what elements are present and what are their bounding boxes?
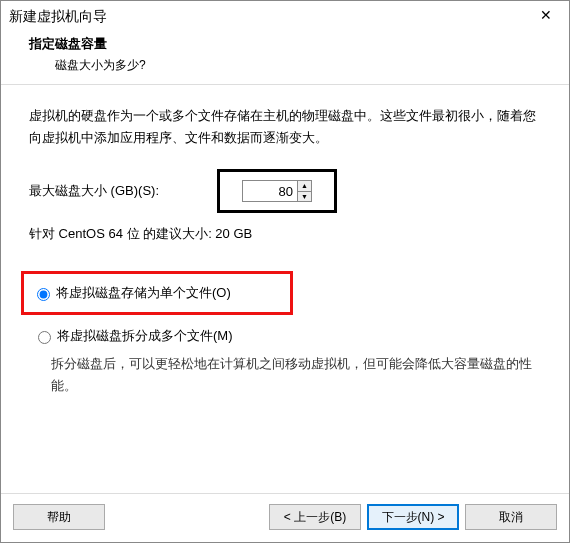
disk-size-row: 最大磁盘大小 (GB)(S): ▲ ▼ (29, 169, 541, 213)
help-button[interactable]: 帮助 (13, 504, 105, 530)
disk-size-spinner[interactable]: ▲ ▼ (242, 180, 312, 202)
intro-text: 虚拟机的硬盘作为一个或多个文件存储在主机的物理磁盘中。这些文件最初很小，随着您向… (29, 105, 541, 149)
radio-single-file[interactable]: 将虚拟磁盘存储为单个文件(O) (28, 282, 286, 304)
spinner-down-icon[interactable]: ▼ (298, 192, 311, 202)
wizard-window: 新建虚拟机向导 ✕ 指定磁盘容量 磁盘大小为多少? 虚拟机的硬盘作为一个或多个文… (0, 0, 570, 543)
single-file-highlight: 将虚拟磁盘存储为单个文件(O) (21, 271, 293, 315)
next-button[interactable]: 下一步(N) > (367, 504, 459, 530)
radio-split-file[interactable]: 将虚拟磁盘拆分成多个文件(M) (29, 325, 541, 347)
recommend-text: 针对 CentOS 64 位 的建议大小: 20 GB (29, 225, 541, 243)
radio-single-label: 将虚拟磁盘存储为单个文件(O) (56, 284, 231, 302)
spinner-up-icon[interactable]: ▲ (298, 181, 311, 192)
header-subtitle: 磁盘大小为多少? (29, 57, 569, 74)
wizard-footer: 帮助 < 上一步(B) 下一步(N) > 取消 (1, 493, 569, 542)
header-title: 指定磁盘容量 (29, 35, 569, 53)
radio-split-label: 将虚拟磁盘拆分成多个文件(M) (57, 327, 233, 345)
wizard-header: 指定磁盘容量 磁盘大小为多少? (1, 31, 569, 84)
disk-size-highlight: ▲ ▼ (217, 169, 337, 213)
titlebar: 新建虚拟机向导 ✕ (1, 1, 569, 31)
wizard-content: 虚拟机的硬盘作为一个或多个文件存储在主机的物理磁盘中。这些文件最初很小，随着您向… (1, 85, 569, 493)
close-icon[interactable]: ✕ (529, 6, 563, 28)
disk-size-label: 最大磁盘大小 (GB)(S): (29, 182, 229, 200)
disk-size-input[interactable] (243, 181, 297, 201)
radio-single-input[interactable] (37, 288, 50, 301)
radio-split-input[interactable] (38, 331, 51, 344)
cancel-button[interactable]: 取消 (465, 504, 557, 530)
window-title: 新建虚拟机向导 (9, 8, 107, 26)
split-description: 拆分磁盘后，可以更轻松地在计算机之间移动虚拟机，但可能会降低大容量磁盘的性能。 (29, 347, 541, 397)
spinner-buttons: ▲ ▼ (297, 181, 311, 201)
back-button[interactable]: < 上一步(B) (269, 504, 361, 530)
